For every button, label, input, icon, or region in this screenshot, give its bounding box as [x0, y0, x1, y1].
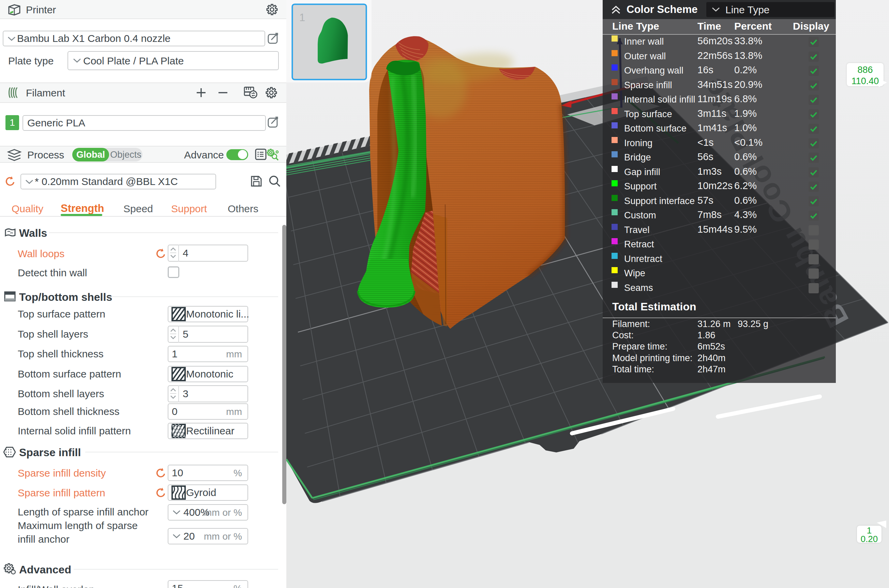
- svg-text:1: 1: [299, 12, 305, 24]
